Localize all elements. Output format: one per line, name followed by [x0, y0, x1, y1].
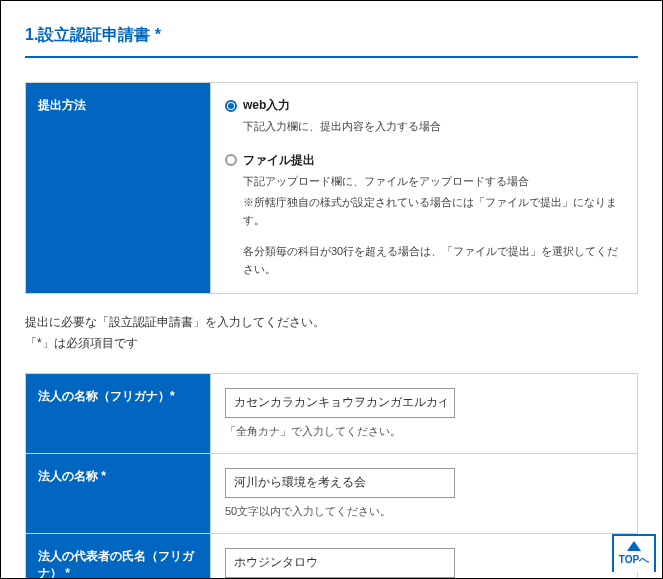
fields-table: 法人の名称（フリガナ）* 「全角カナ」で入力してください。 法人の名称 * 50… — [25, 373, 638, 579]
name-furigana-hint: 「全角カナ」で入力してください。 — [225, 424, 623, 439]
radio-file-label: ファイル提出 — [243, 152, 315, 169]
radio-web-desc: 下記入力欄に、提出内容を入力する場合 — [225, 118, 623, 136]
top-button-label: TOPへ — [619, 553, 649, 567]
triangle-up-icon — [627, 541, 641, 551]
instruction-line2: 「*」は必須項目です — [25, 333, 638, 355]
back-to-top-button[interactable]: TOPへ — [612, 534, 656, 572]
name-hint: 50文字以内で入力してください。 — [225, 504, 623, 519]
rep-furigana-label: 法人の代表者の氏名（フリガナ） * — [26, 533, 211, 579]
radio-file-desc3: 各分類毎の科目が30行を超える場合は、「ファイルで提出」を選択してください。 — [225, 243, 623, 278]
title-underline — [25, 56, 638, 58]
radio-file-icon[interactable] — [225, 154, 237, 166]
name-label: 法人の名称 * — [26, 453, 211, 533]
radio-web-icon[interactable] — [225, 100, 237, 112]
rep-furigana-input[interactable] — [225, 548, 455, 578]
svg-marker-0 — [627, 541, 641, 551]
radio-item-file[interactable]: ファイル提出 下記アップロード欄に、ファイルをアップロードする場合 ※所轄庁独自… — [225, 152, 623, 279]
name-input[interactable] — [225, 468, 455, 498]
radio-item-web[interactable]: web入力 下記入力欄に、提出内容を入力する場合 — [225, 97, 623, 136]
name-furigana-label: 法人の名称（フリガナ）* — [26, 373, 211, 453]
form-table: 提出方法 web入力 下記入力欄に、提出内容を入力する場合 ファイル提出 下記ア… — [25, 82, 638, 294]
name-furigana-input[interactable] — [225, 388, 455, 418]
method-input-cell: web入力 下記入力欄に、提出内容を入力する場合 ファイル提出 下記アップロード… — [211, 83, 638, 294]
radio-web-label: web入力 — [243, 97, 290, 114]
method-label-cell: 提出方法 — [26, 83, 211, 294]
instruction-block: 提出に必要な「設立認証申請書」を入力してください。 「*」は必須項目です — [25, 312, 638, 355]
instruction-line1: 提出に必要な「設立認証申請書」を入力してください。 — [25, 312, 638, 334]
radio-file-desc2: ※所轄庁独自の様式が設定されている場合には「ファイルで提出」になります。 — [225, 194, 623, 229]
radio-file-desc1: 下記アップロード欄に、ファイルをアップロードする場合 — [225, 173, 623, 191]
section-title: 1.設立認証申請書 * — [25, 25, 638, 46]
